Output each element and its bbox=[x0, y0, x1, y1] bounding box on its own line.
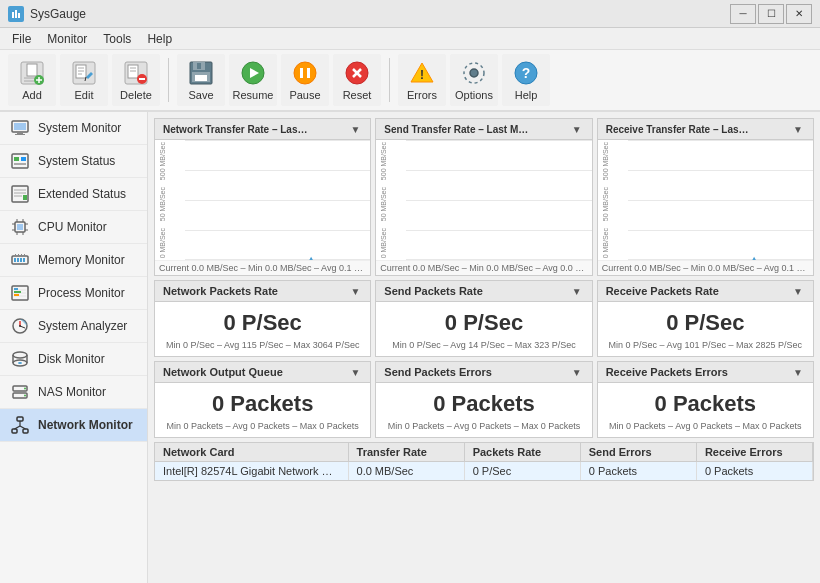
stat-send-packets-dropdown[interactable]: ▼ bbox=[570, 284, 584, 298]
help-button[interactable]: ? Help bbox=[502, 54, 550, 106]
sidebar-item-extended-status[interactable]: Extended Status bbox=[0, 178, 147, 211]
chart-network-transfer-header: Network Transfer Rate – Las… ▼ bbox=[155, 119, 370, 140]
stat-receive-packets-errors-footer: Min 0 Packets – Avg 0 Packets – Max 0 Pa… bbox=[598, 421, 813, 437]
menu-tools[interactable]: Tools bbox=[95, 30, 139, 48]
stat-network-output-queue-title: Network Output Queue bbox=[163, 366, 283, 378]
svg-rect-67 bbox=[17, 258, 19, 262]
chart-send-transfer-title: Send Transfer Rate – Last M… bbox=[384, 124, 528, 135]
svg-rect-54 bbox=[23, 195, 27, 200]
close-button[interactable]: ✕ bbox=[786, 4, 812, 24]
network-table: Network Card Transfer Rate Packets Rate … bbox=[154, 442, 814, 481]
chart-network-transfer-title: Network Transfer Rate – Las… bbox=[163, 124, 308, 135]
chart-send-transfer-header: Send Transfer Rate – Last M… ▼ bbox=[376, 119, 591, 140]
svg-rect-44 bbox=[17, 132, 23, 134]
chart-network-transfer-dropdown[interactable]: ▼ bbox=[348, 122, 362, 136]
chart-receive-transfer-dropdown[interactable]: ▼ bbox=[791, 122, 805, 136]
pause-button[interactable]: Pause bbox=[281, 54, 329, 106]
edit-label: Edit bbox=[75, 89, 94, 101]
process-monitor-icon bbox=[10, 283, 30, 303]
svg-rect-79 bbox=[14, 291, 21, 293]
toolbar: Add Edit Delete Save Resume Pause R bbox=[0, 50, 820, 112]
save-icon bbox=[187, 59, 215, 87]
add-button[interactable]: Add bbox=[8, 54, 56, 106]
menu-file[interactable]: File bbox=[4, 30, 39, 48]
charts-row: Network Transfer Rate – Las… ▼ 500 MB/Se… bbox=[154, 118, 814, 276]
stat-receive-packets-dropdown[interactable]: ▼ bbox=[791, 284, 805, 298]
svg-rect-1 bbox=[12, 12, 14, 18]
app-title: SysGauge bbox=[30, 7, 86, 21]
svg-rect-71 bbox=[18, 254, 19, 256]
svg-rect-96 bbox=[23, 429, 28, 433]
stat-send-packets-rate: Send Packets Rate ▼ 0 P/Sec Min 0 P/Sec … bbox=[375, 280, 592, 357]
sidebar-item-disk-monitor-label: Disk Monitor bbox=[38, 352, 105, 366]
system-status-icon bbox=[10, 151, 30, 171]
svg-line-98 bbox=[15, 426, 21, 429]
options-button[interactable]: Options bbox=[450, 54, 498, 106]
svg-rect-68 bbox=[20, 258, 22, 262]
sidebar-item-system-status[interactable]: System Status bbox=[0, 145, 147, 178]
stat-receive-packets-errors-title: Receive Packets Errors bbox=[606, 366, 728, 378]
table-cell-packets-rate: 0 P/Sec bbox=[465, 462, 581, 480]
stat-receive-packets-errors: Receive Packets Errors ▼ 0 Packets Min 0… bbox=[597, 361, 814, 438]
resume-icon bbox=[239, 59, 267, 87]
errors-button[interactable]: ! Errors bbox=[398, 54, 446, 106]
edit-button[interactable]: Edit bbox=[60, 54, 108, 106]
svg-rect-78 bbox=[14, 288, 18, 290]
sidebar-item-nas-monitor-label: NAS Monitor bbox=[38, 385, 106, 399]
pause-icon bbox=[291, 59, 319, 87]
stat-send-packets-errors-title: Send Packets Errors bbox=[384, 366, 492, 378]
menu-monitor[interactable]: Monitor bbox=[39, 30, 95, 48]
maximize-button[interactable]: ☐ bbox=[758, 4, 784, 24]
errors-label: Errors bbox=[407, 89, 437, 101]
svg-rect-31 bbox=[300, 68, 303, 78]
stat-receive-packets-errors-dropdown[interactable]: ▼ bbox=[791, 365, 805, 379]
svg-rect-73 bbox=[24, 254, 25, 256]
svg-rect-56 bbox=[17, 224, 23, 230]
delete-icon bbox=[122, 59, 150, 87]
sidebar-item-memory-monitor[interactable]: Memory Monitor bbox=[0, 244, 147, 277]
sidebar-item-nas-monitor[interactable]: NAS Monitor bbox=[0, 376, 147, 409]
add-label: Add bbox=[22, 89, 42, 101]
stat-network-packets-dropdown[interactable]: ▼ bbox=[348, 284, 362, 298]
sidebar-item-network-monitor[interactable]: Network Monitor bbox=[0, 409, 147, 442]
chart-receive-transfer-header: Receive Transfer Rate – Las… ▼ bbox=[598, 119, 813, 140]
chart-send-transfer-dropdown[interactable]: ▼ bbox=[570, 122, 584, 136]
stat-send-packets-errors-dropdown[interactable]: ▼ bbox=[570, 365, 584, 379]
sidebar-item-system-analyzer[interactable]: System Analyzer bbox=[0, 310, 147, 343]
stat-network-output-queue-value: 0 Packets bbox=[155, 383, 370, 421]
disk-monitor-icon bbox=[10, 349, 30, 369]
sidebar-item-system-monitor[interactable]: System Monitor bbox=[0, 112, 147, 145]
minimize-button[interactable]: ─ bbox=[730, 4, 756, 24]
sidebar-item-cpu-monitor[interactable]: CPU Monitor bbox=[0, 211, 147, 244]
title-bar-left: SysGauge bbox=[8, 6, 86, 22]
svg-rect-25 bbox=[197, 63, 201, 69]
stats-row-2: Network Output Queue ▼ 0 Packets Min 0 P… bbox=[154, 361, 814, 438]
stat-receive-packets-errors-value: 0 Packets bbox=[598, 383, 813, 421]
stat-network-output-queue-footer: Min 0 Packets – Avg 0 Packets – Max 0 Pa… bbox=[155, 421, 370, 437]
window-controls: ─ ☐ ✕ bbox=[730, 4, 812, 24]
stat-receive-packets-errors-header: Receive Packets Errors ▼ bbox=[598, 362, 813, 383]
sidebar-item-cpu-monitor-label: CPU Monitor bbox=[38, 220, 107, 234]
stat-send-packets-footer: Min 0 P/Sec – Avg 14 P/Sec – Max 323 P/S… bbox=[376, 340, 591, 356]
toolbar-sep-2 bbox=[389, 58, 390, 102]
menu-help[interactable]: Help bbox=[139, 30, 180, 48]
table-header-receive-errors: Receive Errors bbox=[697, 443, 813, 461]
resume-button[interactable]: Resume bbox=[229, 54, 277, 106]
table-row[interactable]: Intel[R] 82574L Gigabit Network Connecti… bbox=[155, 462, 813, 480]
stat-network-output-queue-header: Network Output Queue ▼ bbox=[155, 362, 370, 383]
svg-rect-80 bbox=[14, 294, 19, 296]
network-monitor-icon bbox=[10, 415, 30, 435]
toolbar-sep-1 bbox=[168, 58, 169, 102]
save-button[interactable]: Save bbox=[177, 54, 225, 106]
stat-send-packets-header: Send Packets Rate ▼ bbox=[376, 281, 591, 302]
svg-rect-47 bbox=[14, 157, 19, 161]
delete-button[interactable]: Delete bbox=[112, 54, 160, 106]
reset-button[interactable]: Reset bbox=[333, 54, 381, 106]
stat-network-output-queue-dropdown[interactable]: ▼ bbox=[348, 365, 362, 379]
svg-point-93 bbox=[24, 395, 26, 397]
sidebar-item-process-monitor[interactable]: Process Monitor bbox=[0, 277, 147, 310]
stat-network-packets-header: Network Packets Rate ▼ bbox=[155, 281, 370, 302]
sidebar-item-disk-monitor[interactable]: Disk Monitor bbox=[0, 343, 147, 376]
svg-rect-43 bbox=[14, 123, 26, 130]
stat-network-packets-title: Network Packets Rate bbox=[163, 285, 278, 297]
